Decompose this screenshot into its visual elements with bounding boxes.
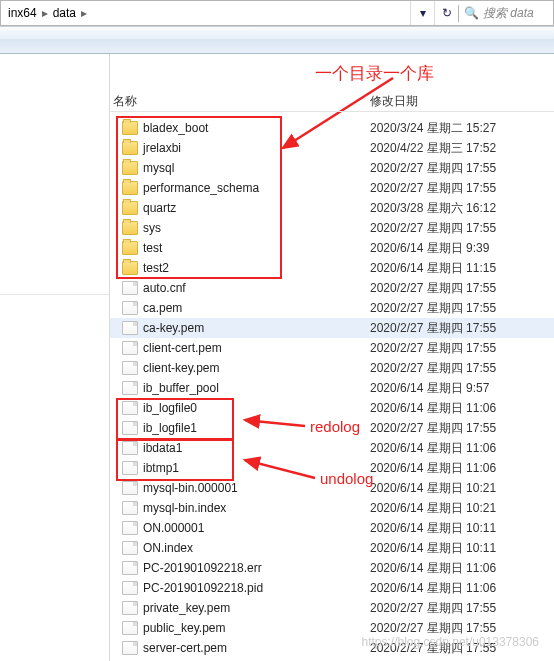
item-name: ib_logfile1 (143, 421, 197, 435)
file-icon (122, 401, 138, 415)
folder-row[interactable]: quartz2020/3/28 星期六 16:12 (110, 198, 554, 218)
crumb-seg[interactable]: inx64 (6, 6, 39, 20)
chevron-right-icon[interactable]: ▸ (42, 6, 48, 20)
folder-row[interactable]: performance_schema2020/2/27 星期四 17:55 (110, 178, 554, 198)
item-name: ibtmp1 (143, 461, 179, 475)
item-name: auto.cnf (143, 281, 186, 295)
search-input[interactable]: 🔍 搜索 data (458, 5, 553, 22)
main-area: 一个目录一个库 名称 修改日期 bladex_boot2020/3/24 星期二… (0, 54, 554, 661)
item-date: 2020/2/27 星期四 17:55 (370, 220, 496, 237)
item-date: 2020/6/14 星期日 9:57 (370, 380, 489, 397)
item-date: 2020/6/14 星期日 10:21 (370, 500, 496, 517)
file-icon (122, 381, 138, 395)
item-name: private_key.pem (143, 601, 230, 615)
file-row[interactable]: auto.cnf2020/2/27 星期四 17:55 (110, 278, 554, 298)
item-date: 2020/2/27 星期四 17:55 (370, 320, 496, 337)
file-row[interactable]: client-cert.pem2020/2/27 星期四 17:55 (110, 338, 554, 358)
item-name: bladex_boot (143, 121, 208, 135)
item-name: ca-key.pem (143, 321, 204, 335)
address-bar: inx64 ▸ data ▸ ▾ ↻ 🔍 搜索 data (0, 0, 554, 26)
header-name[interactable]: 名称 (113, 93, 137, 110)
item-date: 2020/2/27 星期四 17:55 (370, 160, 496, 177)
item-date: 2020/2/27 星期四 17:55 (370, 340, 496, 357)
watermark: https://blog.csdn.net/u013378306 (362, 635, 539, 649)
file-icon (122, 581, 138, 595)
annotation-undolog: undolog (320, 470, 373, 487)
file-row[interactable]: ON.0000012020/6/14 星期日 10:11 (110, 518, 554, 538)
item-date: 2020/2/27 星期四 17:55 (370, 300, 496, 317)
folder-row[interactable]: jrelaxbi2020/4/22 星期三 17:52 (110, 138, 554, 158)
item-date: 2020/2/27 星期四 17:55 (370, 620, 496, 637)
folder-icon (122, 181, 138, 195)
sidebar (0, 54, 110, 661)
file-row[interactable]: client-key.pem2020/2/27 星期四 17:55 (110, 358, 554, 378)
item-date: 2020/6/14 星期日 11:06 (370, 580, 496, 597)
dropdown-icon[interactable]: ▾ (410, 1, 434, 25)
item-date: 2020/3/24 星期二 15:27 (370, 120, 496, 137)
item-name: ON.000001 (143, 521, 204, 535)
file-row[interactable]: ca.pem2020/2/27 星期四 17:55 (110, 298, 554, 318)
file-row[interactable]: ib_logfile02020/6/14 星期日 11:06 (110, 398, 554, 418)
file-icon (122, 481, 138, 495)
file-icon (122, 461, 138, 475)
file-icon (122, 281, 138, 295)
folder-row[interactable]: test22020/6/14 星期日 11:15 (110, 258, 554, 278)
refresh-icon[interactable]: ↻ (434, 1, 458, 25)
folder-row[interactable]: bladex_boot2020/3/24 星期二 15:27 (110, 118, 554, 138)
file-row[interactable]: ON.index2020/6/14 星期日 10:11 (110, 538, 554, 558)
file-row[interactable]: ibdata12020/6/14 星期日 11:06 (110, 438, 554, 458)
file-icon (122, 321, 138, 335)
file-row[interactable]: ca-key.pem2020/2/27 星期四 17:55 (110, 318, 554, 338)
file-icon (122, 541, 138, 555)
file-icon (122, 421, 138, 435)
file-icon (122, 621, 138, 635)
item-name: ca.pem (143, 301, 182, 315)
item-date: 2020/4/22 星期三 17:52 (370, 140, 496, 157)
item-date: 2020/6/14 星期日 10:21 (370, 480, 496, 497)
item-name: PC-201901092218.pid (143, 581, 263, 595)
file-icon (122, 501, 138, 515)
item-date: 2020/3/28 星期六 16:12 (370, 200, 496, 217)
file-row[interactable]: ib_buffer_pool2020/6/14 星期日 9:57 (110, 378, 554, 398)
annotation-redolog: redolog (310, 418, 360, 435)
item-date: 2020/2/27 星期四 17:55 (370, 360, 496, 377)
item-name: public_key.pem (143, 621, 226, 635)
item-name: ib_buffer_pool (143, 381, 219, 395)
file-row[interactable]: PC-201901092218.err2020/6/14 星期日 11:06 (110, 558, 554, 578)
breadcrumb[interactable]: inx64 ▸ data ▸ (1, 6, 410, 20)
header-date[interactable]: 修改日期 (370, 93, 418, 110)
chevron-right-icon[interactable]: ▸ (81, 6, 87, 20)
item-name: quartz (143, 201, 176, 215)
folder-icon (122, 201, 138, 215)
item-date: 2020/6/14 星期日 11:06 (370, 400, 496, 417)
item-date: 2020/6/14 星期日 11:06 (370, 460, 496, 477)
file-icon (122, 441, 138, 455)
file-row[interactable]: PC-201901092218.pid2020/6/14 星期日 11:06 (110, 578, 554, 598)
item-name: client-cert.pem (143, 341, 222, 355)
item-name: server-cert.pem (143, 641, 227, 655)
item-date: 2020/2/27 星期四 17:55 (370, 420, 496, 437)
folder-row[interactable]: test2020/6/14 星期日 9:39 (110, 238, 554, 258)
item-date: 2020/2/27 星期四 17:55 (370, 280, 496, 297)
item-date: 2020/6/14 星期日 9:39 (370, 240, 489, 257)
file-icon (122, 641, 138, 655)
item-name: mysql-bin.000001 (143, 481, 238, 495)
item-name: ibdata1 (143, 441, 182, 455)
file-icon (122, 601, 138, 615)
item-date: 2020/6/14 星期日 11:06 (370, 440, 496, 457)
column-headers[interactable]: 名称 修改日期 (110, 92, 554, 112)
file-row[interactable]: private_key.pem2020/2/27 星期四 17:55 (110, 598, 554, 618)
annotation-top: 一个目录一个库 (315, 62, 434, 85)
crumb-seg[interactable]: data (51, 6, 78, 20)
folder-row[interactable]: mysql2020/2/27 星期四 17:55 (110, 158, 554, 178)
file-rows: bladex_boot2020/3/24 星期二 15:27jrelaxbi20… (110, 118, 554, 661)
file-row[interactable]: mysql-bin.index2020/6/14 星期日 10:21 (110, 498, 554, 518)
file-list-area: 一个目录一个库 名称 修改日期 bladex_boot2020/3/24 星期二… (110, 54, 554, 661)
item-date: 2020/6/14 星期日 10:11 (370, 520, 496, 537)
folder-icon (122, 261, 138, 275)
item-date: 2020/6/14 星期日 11:06 (370, 560, 496, 577)
folder-row[interactable]: sys2020/2/27 星期四 17:55 (110, 218, 554, 238)
item-name: ib_logfile0 (143, 401, 197, 415)
file-icon (122, 341, 138, 355)
search-icon: 🔍 (464, 6, 479, 20)
